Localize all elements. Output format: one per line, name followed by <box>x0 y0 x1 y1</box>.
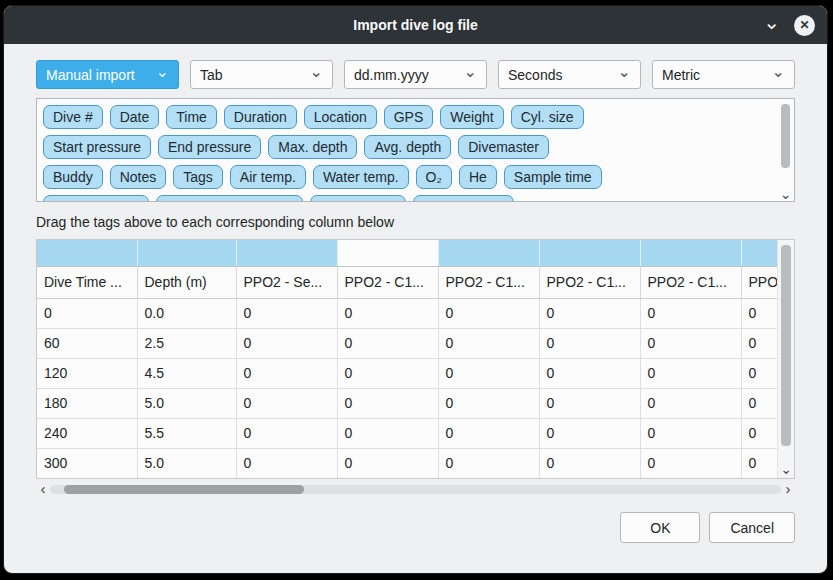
table-cell: 0 <box>236 358 337 388</box>
column-drop-target[interactable] <box>236 240 337 266</box>
table-row[interactable]: 00.0000000 <box>37 298 778 328</box>
table-cell: 0 <box>640 358 741 388</box>
titlebar[interactable]: Import dive log file ⌄ ✕ <box>4 6 827 44</box>
field-tag[interactable]: Duration <box>224 105 297 129</box>
column-drop-target[interactable] <box>539 240 640 266</box>
table-viewport: Dive Time ...Depth (m)PPO2 - Se...PPO2 -… <box>37 240 778 478</box>
table-row[interactable]: 1805.0000000 <box>37 388 778 418</box>
field-tag[interactable]: Sample CNS <box>413 195 514 202</box>
table-cell: 120 <box>37 358 137 388</box>
field-tag[interactable]: Max. depth <box>268 135 357 159</box>
chevron-down-icon: ⌄ <box>618 68 631 76</box>
table-row[interactable]: 3005.0000000 <box>37 448 778 478</box>
combo-time-format[interactable]: Seconds⌄ <box>498 60 641 89</box>
column-drop-target[interactable] <box>137 240 236 266</box>
field-tag[interactable]: Time <box>166 105 217 129</box>
combo-units[interactable]: Metric⌄ <box>652 60 795 89</box>
field-tag[interactable]: Sample pO₂ <box>310 195 405 202</box>
screen-background: Import dive log file ⌄ ✕ Manual import⌄T… <box>0 0 833 580</box>
table-horizontal-scrollbar[interactable]: ‹ › <box>36 481 795 497</box>
table-cell: 0 <box>236 298 337 328</box>
field-tag[interactable]: Cyl. size <box>511 105 584 129</box>
column-drop-target[interactable] <box>741 240 778 266</box>
column-drop-target[interactable] <box>640 240 741 266</box>
table-cell: 0 <box>37 298 137 328</box>
field-tag[interactable]: Sample temperature <box>156 195 303 202</box>
table-row[interactable]: 1204.5000000 <box>37 358 778 388</box>
table-cell: 0 <box>337 358 438 388</box>
scroll-down-icon[interactable]: ⌄ <box>778 188 793 200</box>
column-header: Dive Time ... <box>37 266 137 298</box>
scrollbar-thumb[interactable] <box>64 485 304 494</box>
table-cell: 0 <box>640 418 741 448</box>
combo-import-mode[interactable]: Manual import⌄ <box>36 60 179 89</box>
chevron-down-icon[interactable]: ⌄ <box>763 15 780 29</box>
field-tag[interactable]: Air temp. <box>230 165 306 189</box>
combo-label: Metric <box>662 67 700 83</box>
table-cell: 0 <box>539 448 640 478</box>
combo-field-separator[interactable]: Tab⌄ <box>190 60 333 89</box>
column-header: PPO2 <box>741 266 778 298</box>
column-header: PPO2 - C1... <box>438 266 539 298</box>
field-tag[interactable]: Location <box>304 105 377 129</box>
scroll-left-icon[interactable]: ‹ <box>36 481 50 497</box>
scrollbar-thumb[interactable] <box>781 245 791 446</box>
table-vertical-scrollbar[interactable]: ⌄ <box>777 240 794 478</box>
table-cell: 0 <box>741 448 778 478</box>
field-tag[interactable]: Notes <box>110 165 167 189</box>
combo-date-format[interactable]: dd.mm.yyyy⌄ <box>344 60 487 89</box>
table-cell: 0 <box>640 448 741 478</box>
table-cell: 2.5 <box>137 328 236 358</box>
table-cell: 0 <box>640 298 741 328</box>
column-drop-target[interactable] <box>337 240 438 266</box>
chevron-down-icon: ⌄ <box>464 68 477 76</box>
scrollbar-thumb[interactable] <box>781 104 790 168</box>
chevron-down-icon: ⌄ <box>156 68 169 76</box>
header-row: Dive Time ...Depth (m)PPO2 - Se...PPO2 -… <box>37 266 778 298</box>
column-drop-target[interactable] <box>37 240 137 266</box>
field-tag[interactable]: Weight <box>440 105 503 129</box>
field-tag[interactable]: Water temp. <box>313 165 409 189</box>
table-cell: 0 <box>438 298 539 328</box>
column-drop-target[interactable] <box>438 240 539 266</box>
table-cell: 0 <box>539 388 640 418</box>
tag-area-scrollbar[interactable]: ⌄ <box>778 100 793 200</box>
table-row[interactable]: 2405.5000000 <box>37 418 778 448</box>
field-tag[interactable]: End pressure <box>158 135 261 159</box>
close-icon[interactable]: ✕ <box>794 15 815 36</box>
cancel-button[interactable]: Cancel <box>709 512 795 543</box>
tag-row: Start pressureEnd pressureMax. depthAvg.… <box>43 135 772 159</box>
window-title: Import dive log file <box>4 17 827 33</box>
table-cell: 0 <box>337 328 438 358</box>
table-cell: 0 <box>539 328 640 358</box>
field-tag[interactable]: Sample depth <box>43 195 149 202</box>
table-cell: 5.0 <box>137 388 236 418</box>
table-cell: 0 <box>741 358 778 388</box>
field-tag[interactable]: Dive # <box>43 105 103 129</box>
table-cell: 0 <box>236 388 337 418</box>
table-cell: 5.5 <box>137 418 236 448</box>
table-row[interactable]: 602.5000000 <box>37 328 778 358</box>
field-tag[interactable]: O₂ <box>416 165 452 189</box>
table-cell: 0 <box>539 298 640 328</box>
scroll-right-icon[interactable]: › <box>781 481 795 497</box>
table-cell: 0.0 <box>137 298 236 328</box>
scrollbar-track[interactable] <box>50 485 781 494</box>
field-tag[interactable]: Date <box>110 105 160 129</box>
import-options-row: Manual import⌄Tab⌄dd.mm.yyyy⌄Seconds⌄Met… <box>36 60 795 89</box>
field-tag[interactable]: Divemaster <box>458 135 549 159</box>
field-tag[interactable]: Avg. depth <box>364 135 451 159</box>
ok-button[interactable]: OK <box>620 512 700 543</box>
dialog-buttons: OK Cancel <box>36 512 795 543</box>
field-tag[interactable]: Start pressure <box>43 135 151 159</box>
table-cell: 300 <box>37 448 137 478</box>
field-tag[interactable]: GPS <box>384 105 434 129</box>
column-header: PPO2 - C1... <box>337 266 438 298</box>
field-tag[interactable]: Sample time <box>504 165 602 189</box>
scroll-down-icon[interactable]: ⌄ <box>778 463 794 475</box>
field-tag[interactable]: Tags <box>173 165 223 189</box>
titlebar-actions: ⌄ ✕ <box>763 6 815 44</box>
dialog-content: Manual import⌄Tab⌄dd.mm.yyyy⌄Seconds⌄Met… <box>4 44 827 543</box>
field-tag[interactable]: Buddy <box>43 165 103 189</box>
field-tag[interactable]: He <box>459 165 497 189</box>
